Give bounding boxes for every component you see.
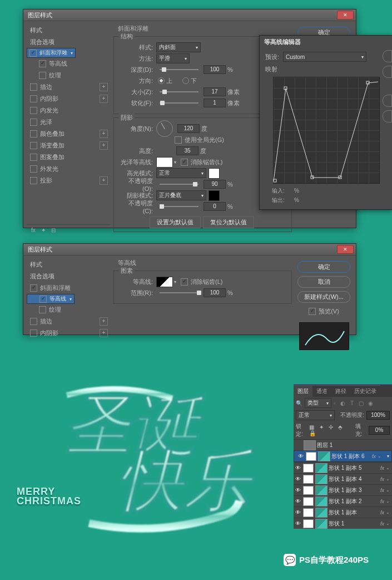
curve-button-2[interactable] (383, 66, 392, 78)
dialog1-titlebar[interactable]: 图层样式 ✕ (23, 9, 356, 21)
size-input[interactable]: 17 (204, 87, 226, 96)
layer-row[interactable]: 👁形状 1 副本 6fx⌄ (294, 450, 392, 462)
soften-slider[interactable] (160, 102, 199, 104)
cancel-button[interactable]: 取消 (297, 276, 350, 288)
add-icon[interactable]: + (100, 141, 108, 150)
curve-button-1[interactable] (383, 50, 392, 62)
trash-icon[interactable]: ⊟ (51, 227, 56, 233)
sidebar-item-9[interactable]: 图案叠加 (27, 151, 110, 163)
visibility-icon[interactable]: 👁 (294, 509, 302, 515)
layer-row[interactable]: 👁形状 1 副本 5fx⌄ (294, 462, 392, 473)
effect-checkbox[interactable] (30, 107, 37, 114)
range-slider[interactable] (160, 292, 199, 293)
visibility-icon[interactable]: 👁 (294, 465, 302, 471)
effect-checkbox[interactable] (30, 95, 37, 102)
add-icon[interactable]: + (100, 317, 108, 326)
curve-grid[interactable] (273, 77, 380, 184)
effect-checkbox[interactable] (29, 50, 37, 57)
opacity-input[interactable]: 100% (366, 411, 390, 420)
effect-checkbox[interactable] (39, 60, 46, 67)
blend-mode-select[interactable]: 正常 (296, 410, 335, 420)
effect-checkbox[interactable] (30, 119, 37, 126)
shadow-mode-select[interactable]: 正片叠底 (156, 190, 206, 200)
sidebar-item-2[interactable]: 纹理 (27, 304, 110, 316)
new-style-button[interactable]: 新建样式(W)... (297, 291, 350, 303)
style-select[interactable]: 内斜面 (156, 42, 201, 52)
sidebar-item-2[interactable]: 纹理 (27, 70, 110, 81)
gloss-contour-picker[interactable] (156, 157, 173, 168)
sidebar-item-10[interactable]: 外发光 (27, 163, 110, 175)
effect-checkbox[interactable] (30, 142, 37, 149)
effect-checkbox[interactable] (30, 165, 37, 173)
visibility-icon[interactable]: 👁 (296, 453, 305, 459)
anti-alias-checkbox[interactable] (181, 278, 188, 286)
angle-wheel[interactable] (156, 120, 173, 137)
technique-select[interactable]: 平滑 (156, 53, 190, 63)
angle-input[interactable]: 120 (177, 124, 200, 133)
chevron-icon[interactable]: ⌄ (386, 499, 390, 504)
close-icon[interactable]: ✕ (337, 245, 354, 254)
size-slider[interactable] (160, 91, 199, 92)
highlight-mode-select[interactable]: 正常 (156, 168, 206, 178)
highlight-opacity-input[interactable]: 90 (204, 180, 226, 189)
effect-checkbox[interactable] (39, 306, 46, 313)
sidebar-item-0[interactable]: 斜面和浮雕 (27, 282, 110, 294)
tab-channels[interactable]: 通道 (312, 385, 331, 397)
sidebar-item-6[interactable]: 光泽 (27, 116, 110, 128)
chevron-icon[interactable]: ⌄ (386, 510, 390, 515)
effect-checkbox[interactable] (30, 154, 37, 161)
sidebar-item-5[interactable]: 内发光 (27, 105, 110, 116)
depth-slider[interactable] (160, 69, 199, 70)
add-icon[interactable]: + (100, 329, 108, 337)
highlight-color-swatch[interactable] (209, 168, 220, 179)
layer-row[interactable]: 👁形状 1 副本 2fx⌄ (294, 495, 392, 507)
chevron-icon[interactable]: ⌄ (386, 488, 390, 493)
effect-checkbox[interactable] (30, 130, 37, 137)
shadow-color-swatch[interactable] (209, 190, 220, 201)
effect-checkbox[interactable] (30, 318, 37, 325)
sidebar-item-7[interactable]: 颜色叠加+ (27, 128, 110, 140)
sidebar-item-3[interactable]: 描边+ (27, 81, 110, 93)
sidebar-style[interactable]: 样式 (27, 24, 110, 36)
effect-checkbox[interactable] (39, 72, 46, 79)
sidebar-item-1[interactable]: 等高线 (27, 58, 110, 70)
direction-down-radio[interactable] (182, 77, 189, 84)
chevron-icon[interactable]: ⌄ (386, 476, 390, 481)
soften-input[interactable]: 1 (204, 99, 226, 107)
effect-checkbox[interactable] (30, 177, 37, 184)
sidebar-item-11[interactable]: 投影+ (27, 175, 110, 186)
sidebar-item-4[interactable]: 内阴影+ (27, 327, 110, 339)
tab-layers[interactable]: 图层 (294, 385, 312, 397)
sidebar-item-4[interactable]: 内阴影+ (27, 93, 110, 105)
layer-row[interactable]: 图层 1 (294, 439, 392, 450)
chevron-icon[interactable]: ⌄ (378, 454, 381, 459)
layer-row[interactable]: 👁形状 1 副本fx⌄ (294, 507, 392, 518)
add-icon[interactable]: + (100, 176, 108, 185)
preset-select[interactable]: Custom (283, 52, 366, 62)
filter-kind-select[interactable]: 类型 (305, 398, 331, 408)
contour-picker[interactable] (156, 277, 173, 287)
tab-paths[interactable]: 路径 (331, 385, 350, 397)
range-input[interactable]: 100 (204, 288, 226, 297)
direction-up-radio[interactable] (158, 77, 165, 84)
reset-default-button[interactable]: 复位为默认值 (203, 217, 254, 228)
chevron-icon[interactable]: ⌄ (386, 521, 390, 526)
highlight-opacity-slider[interactable] (160, 184, 199, 185)
shadow-opacity-slider[interactable] (160, 206, 199, 207)
sidebar-item-1[interactable]: 等高线 (27, 294, 75, 304)
visibility-icon[interactable]: 👁 (294, 487, 302, 493)
sidebar-blend[interactable]: 混合选项 (27, 36, 110, 48)
fill-input[interactable]: 0% (369, 426, 390, 435)
effect-checkbox[interactable] (30, 330, 37, 337)
sidebar-item-0[interactable]: 斜面和浮雕 (27, 48, 76, 58)
layer-row[interactable]: 👁形状 1 副本 4fx⌄ (294, 473, 392, 484)
effect-checkbox[interactable] (30, 83, 37, 91)
tab-history[interactable]: 历史记录 (350, 385, 380, 397)
add-icon[interactable]: + (100, 130, 108, 138)
global-light-checkbox[interactable] (175, 136, 182, 144)
sidebar-item-3[interactable]: 描边+ (27, 316, 110, 327)
sidebar-item-8[interactable]: 渐变叠加+ (27, 140, 110, 151)
depth-input[interactable]: 100 (204, 65, 226, 74)
layer-row[interactable]: 👁形状 1 副本 3fx⌄ (294, 484, 392, 495)
make-default-button[interactable]: 设置为默认值 (150, 217, 201, 228)
